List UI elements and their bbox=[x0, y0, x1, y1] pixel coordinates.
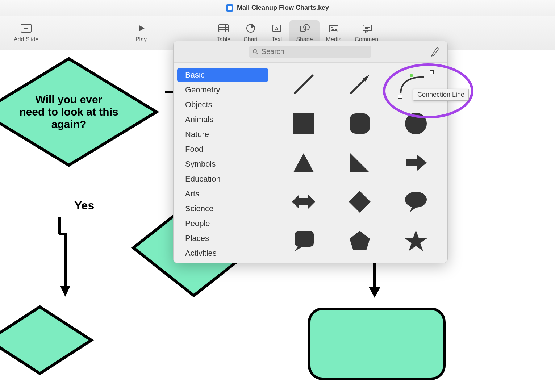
comment-icon bbox=[361, 23, 374, 33]
shape-rounded-square[interactable] bbox=[339, 109, 381, 138]
svg-rect-30 bbox=[293, 113, 314, 134]
connection-handle-icon bbox=[430, 70, 434, 74]
category-nature[interactable]: Nature bbox=[177, 127, 268, 142]
svg-rect-12 bbox=[300, 26, 305, 31]
category-animals[interactable]: Animals bbox=[177, 112, 268, 127]
svg-marker-37 bbox=[349, 191, 371, 213]
connection-midpoint-icon bbox=[410, 74, 413, 77]
table-icon bbox=[217, 23, 230, 33]
svg-rect-16 bbox=[363, 25, 372, 31]
flowchart-process-box[interactable] bbox=[308, 308, 446, 380]
keynote-file-icon bbox=[226, 4, 233, 12]
popover-header bbox=[174, 41, 447, 63]
shape-star[interactable] bbox=[395, 226, 437, 255]
svg-point-38 bbox=[405, 192, 427, 208]
category-food[interactable]: Food bbox=[177, 142, 268, 157]
svg-marker-43 bbox=[404, 230, 427, 251]
pen-tool-button[interactable] bbox=[430, 47, 440, 57]
svg-point-13 bbox=[304, 24, 309, 30]
svg-point-32 bbox=[405, 113, 427, 134]
svg-marker-3 bbox=[139, 25, 145, 32]
svg-line-26 bbox=[256, 52, 258, 54]
connection-handle-icon bbox=[398, 95, 402, 99]
svg-line-27 bbox=[294, 75, 313, 94]
flowchart-decision-1[interactable]: Will you ever need to look at this again… bbox=[0, 56, 159, 168]
search-icon bbox=[253, 49, 259, 55]
category-people[interactable]: People bbox=[177, 216, 268, 231]
shape-line[interactable] bbox=[283, 70, 325, 99]
shape-square[interactable] bbox=[283, 109, 325, 138]
category-objects[interactable]: Objects bbox=[177, 97, 268, 112]
category-activities[interactable]: Activities bbox=[177, 246, 268, 260]
shape-icon bbox=[299, 23, 311, 33]
shape-popover: Basic Geometry Objects Animals Nature Fo… bbox=[173, 41, 448, 263]
shape-pentagon[interactable] bbox=[339, 226, 381, 255]
svg-text:A: A bbox=[275, 25, 279, 32]
svg-marker-20 bbox=[60, 286, 70, 297]
shape-callout-square[interactable] bbox=[283, 226, 325, 255]
shape-tooltip: Connection Line bbox=[413, 89, 469, 101]
shape-diamond[interactable] bbox=[339, 187, 381, 216]
play-button[interactable]: Play bbox=[129, 20, 154, 46]
shape-arrow-line[interactable] bbox=[339, 70, 381, 99]
shape-double-arrow[interactable] bbox=[283, 187, 325, 216]
window-title-bar: Mail Cleanup Flow Charts.key bbox=[0, 0, 555, 16]
shape-speech-bubble[interactable] bbox=[395, 187, 437, 216]
svg-rect-31 bbox=[350, 113, 370, 134]
category-basic[interactable]: Basic bbox=[177, 68, 268, 82]
add-slide-icon bbox=[20, 23, 32, 33]
flowchart-decision-3[interactable] bbox=[0, 304, 94, 376]
flowchart-label-yes[interactable]: Yes bbox=[74, 199, 94, 212]
add-slide-button[interactable]: Add Slide bbox=[7, 20, 45, 46]
category-arts[interactable]: Arts bbox=[177, 187, 268, 201]
svg-marker-24 bbox=[0, 307, 91, 374]
shape-search-input[interactable] bbox=[262, 47, 368, 56]
svg-marker-33 bbox=[293, 153, 314, 172]
svg-marker-42 bbox=[350, 231, 370, 250]
svg-marker-41 bbox=[295, 245, 304, 251]
category-symbols[interactable]: Symbols bbox=[177, 157, 268, 171]
shape-arrow-right[interactable] bbox=[395, 148, 437, 177]
play-label: Play bbox=[135, 36, 147, 43]
media-icon bbox=[327, 23, 340, 33]
svg-point-25 bbox=[253, 49, 256, 53]
decision-1-text: Will you ever need to look at this again… bbox=[19, 93, 118, 130]
shape-circle[interactable] bbox=[395, 109, 437, 138]
shape-triangle[interactable] bbox=[283, 148, 325, 177]
svg-rect-40 bbox=[295, 231, 314, 247]
category-education[interactable]: Education bbox=[177, 172, 268, 186]
shape-category-list: Basic Geometry Objects Animals Nature Fo… bbox=[174, 63, 272, 263]
add-slide-label: Add Slide bbox=[14, 36, 39, 43]
category-geometry[interactable]: Geometry bbox=[177, 83, 268, 97]
shape-right-triangle[interactable] bbox=[339, 148, 381, 177]
chart-icon bbox=[245, 23, 257, 33]
svg-point-15 bbox=[331, 27, 333, 28]
text-icon: A bbox=[271, 23, 283, 33]
window-title: Mail Cleanup Flow Charts.key bbox=[237, 4, 329, 12]
svg-marker-36 bbox=[292, 195, 315, 209]
category-science[interactable]: Science bbox=[177, 201, 268, 216]
play-icon bbox=[135, 23, 147, 33]
category-places[interactable]: Places bbox=[177, 231, 268, 246]
svg-marker-34 bbox=[350, 153, 369, 172]
svg-rect-4 bbox=[219, 25, 228, 32]
connector-arrow-1[interactable] bbox=[58, 215, 72, 300]
svg-marker-23 bbox=[369, 287, 380, 298]
svg-marker-35 bbox=[406, 155, 427, 171]
shape-search-box[interactable] bbox=[249, 46, 371, 58]
